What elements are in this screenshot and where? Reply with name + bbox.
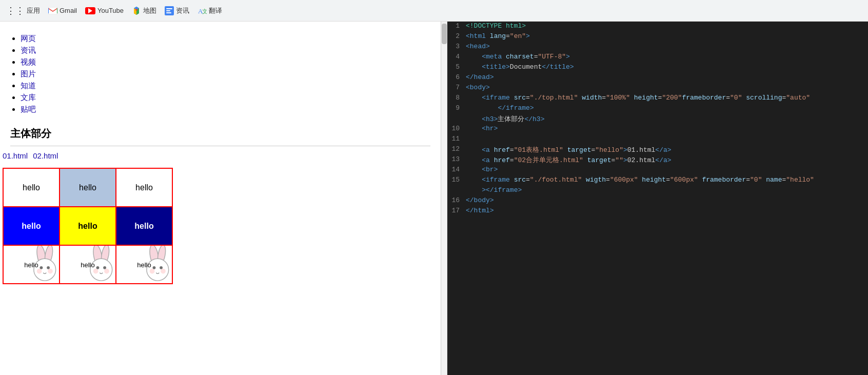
code-line-10: 10 <hr> [447, 124, 868, 134]
links-row: 01.html 02.html [0, 146, 441, 165]
svg-point-11 [40, 266, 43, 269]
table-container: hello hello hello hello hello hello [0, 165, 441, 294]
code-line-7: 7 <body> [447, 83, 868, 93]
gmail-icon [48, 7, 57, 14]
code-line-5: 5 <title>Document</title> [447, 63, 868, 73]
table-row-2: hello hello hello [3, 207, 172, 245]
svg-rect-0 [48, 7, 57, 14]
svg-point-12 [47, 266, 50, 269]
svg-point-13 [37, 269, 42, 274]
cell-2-1: hello [3, 207, 60, 245]
cell-3-1-label: hello [24, 261, 38, 269]
nav-item-images[interactable]: 图片 [21, 69, 430, 79]
table-row-3: hello [3, 245, 172, 284]
news-link[interactable]: 资讯 [165, 6, 189, 15]
svg-text:文: 文 [202, 8, 207, 14]
cell-1-2: hello [60, 168, 116, 207]
news-label: 资讯 [176, 6, 189, 15]
svg-rect-3 [166, 8, 172, 9]
code-line-15b: ></iframe> [447, 186, 868, 196]
cell-1-3: hello [116, 168, 172, 207]
svg-rect-5 [166, 12, 171, 13]
code-line-15a: 15 <iframe src="./foot.html" wigth="600p… [447, 175, 868, 186]
nav-item-webpage[interactable]: 网页 [21, 34, 430, 44]
code-line-17: 17 </html> [447, 206, 868, 216]
nav-item-tieba[interactable]: 贴吧 [21, 105, 430, 114]
code-line-4: 4 <meta charset="UTF-8"> [447, 52, 868, 63]
apps-menu[interactable]: ⋮⋮ 应用 [6, 5, 40, 16]
gmail-label: Gmail [60, 7, 77, 14]
apps-label: 应用 [27, 6, 40, 15]
nav-list: 网页 资讯 视频 图片 知道 文库 贴吧 [0, 22, 441, 122]
table-row-1: hello hello hello [3, 168, 172, 207]
youtube-icon [85, 7, 95, 14]
code-line-3: 3 <head> [447, 42, 868, 52]
hello-table: hello hello hello hello hello hello [3, 168, 173, 284]
maps-link[interactable]: 地图 [132, 6, 156, 15]
code-editor: 1 <!DOCTYPE html> 2 <html lang="en"> 3 <… [447, 22, 868, 375]
code-line-1: 1 <!DOCTYPE html> [447, 22, 868, 32]
link-01[interactable]: 01.html [3, 151, 28, 160]
nav-item-zhidao[interactable]: 知道 [21, 81, 430, 91]
svg-point-21 [104, 269, 109, 274]
maps-label: 地图 [143, 6, 156, 15]
svg-point-25 [153, 266, 156, 269]
code-line-13: 13 <a href="02合并单元格.html" target="">02.h… [447, 155, 868, 165]
section-title: 主体部分 [0, 122, 441, 146]
svg-point-1 [135, 9, 137, 11]
cell-3-3: hello [116, 245, 172, 284]
translate-icon: A 文 [198, 6, 207, 15]
cell-2-3: hello [116, 207, 172, 245]
main-area: 网页 资讯 视频 图片 知道 文库 贴吧 主体部分 01.html 02.htm… [0, 22, 868, 375]
left-panel: 网页 资讯 视频 图片 知道 文库 贴吧 主体部分 01.html 02.htm… [0, 22, 441, 375]
link-02[interactable]: 02.html [33, 151, 58, 160]
translate-label: 翻译 [209, 6, 222, 15]
scroll-thumb[interactable] [442, 24, 447, 44]
scrollbar[interactable] [441, 22, 447, 375]
browser-bar: ⋮⋮ 应用 Gmail YouTube 地图 [0, 0, 868, 22]
code-line-14: 14 <br> [447, 165, 868, 175]
svg-point-26 [160, 266, 163, 269]
youtube-link[interactable]: YouTube [85, 7, 124, 14]
code-line-9a: 9 </iframe> [447, 104, 868, 114]
svg-point-18 [96, 266, 100, 269]
gmail-link[interactable]: Gmail [48, 7, 77, 14]
apps-grid-icon: ⋮⋮ [6, 5, 25, 16]
svg-point-19 [103, 266, 106, 269]
nav-item-video[interactable]: 视频 [21, 57, 430, 67]
cell-2-2: hello [60, 207, 116, 245]
youtube-play-icon [88, 8, 92, 13]
code-line-2: 2 <html lang="en"> [447, 32, 868, 42]
cell-3-3-label: hello [137, 261, 151, 269]
nav-item-wenku[interactable]: 文库 [21, 93, 430, 103]
news-icon [165, 6, 174, 15]
code-line-8: 8 <iframe src="./top.html" width="100%" … [447, 93, 868, 104]
cell-3-2: hello [60, 245, 116, 284]
code-line-11: 11 [447, 134, 868, 145]
cell-3-2-label: hello [81, 261, 94, 269]
cell-3-1: hello [3, 245, 60, 284]
youtube-label: YouTube [97, 7, 124, 14]
svg-point-27 [150, 269, 155, 274]
cell-1-1: hello [3, 168, 60, 207]
code-line-12: 12 <a href="01表格.html" target="hello">01… [447, 145, 868, 155]
svg-point-28 [161, 269, 166, 274]
translate-link[interactable]: A 文 翻译 [198, 6, 222, 15]
code-line-9b: <h3>主体部分</h3> [447, 114, 868, 124]
svg-point-20 [93, 269, 98, 274]
code-line-6: 6 </head> [447, 73, 868, 83]
code-line-16: 16 </body> [447, 196, 868, 206]
nav-item-news[interactable]: 资讯 [21, 46, 430, 55]
svg-point-14 [48, 269, 53, 274]
maps-icon [132, 6, 141, 15]
svg-rect-4 [166, 10, 170, 11]
